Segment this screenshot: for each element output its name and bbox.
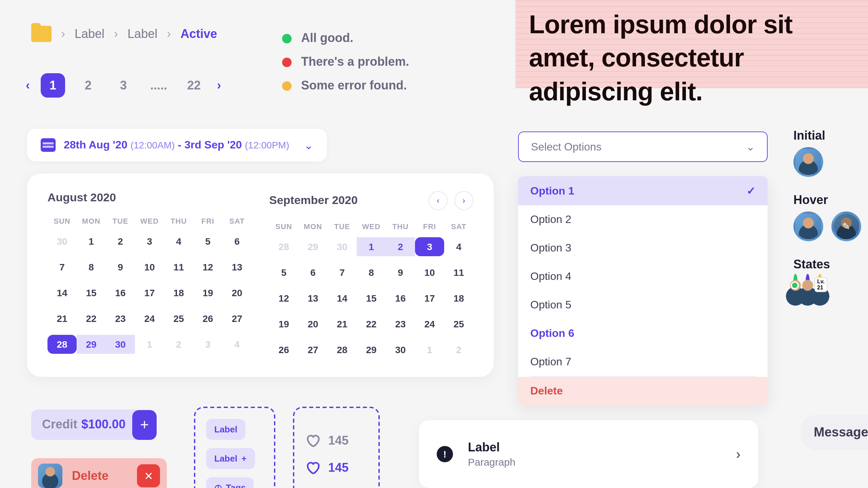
calendar-day[interactable]: 13 [298, 289, 328, 308]
calendar-day[interactable]: 1 [77, 232, 106, 251]
calendar-day[interactable]: 19 [269, 314, 298, 333]
calendar-day[interactable]: 11 [444, 263, 473, 282]
calendar-day[interactable]: 24 [415, 314, 444, 333]
select-option[interactable]: Option 4 [518, 262, 768, 291]
avatar[interactable] [793, 211, 823, 241]
calendar-day[interactable]: 6 [298, 263, 328, 282]
select-option[interactable]: Option 7 [518, 348, 768, 376]
calendar-day[interactable]: 7 [47, 258, 77, 277]
calendar-day[interactable]: 11 [164, 258, 193, 277]
messages-pill[interactable]: Messages 2 [800, 415, 868, 450]
select-input[interactable]: Select Options ⌄ [518, 131, 768, 162]
select-option[interactable]: Option 3 [518, 234, 768, 262]
calendar-day[interactable]: 5 [193, 232, 222, 251]
cal-next-button[interactable]: › [454, 191, 473, 210]
calendar-day[interactable]: 13 [222, 258, 252, 277]
calendar-day[interactable]: 30 [386, 340, 415, 359]
page-button[interactable]: 22 [182, 73, 206, 98]
select-option[interactable]: Option 1✓ [518, 176, 768, 205]
select-option[interactable]: Option 2 [518, 205, 768, 234]
page-prev-button[interactable]: ‹ [26, 78, 30, 93]
calendar-day[interactable]: 14 [328, 289, 357, 308]
calendar-day[interactable]: 2 [444, 340, 473, 359]
calendar-day[interactable]: 4 [444, 237, 473, 256]
calendar-day[interactable]: 17 [135, 283, 164, 302]
calendar-day[interactable]: 29 [77, 335, 106, 354]
calendar-day[interactable]: 30 [47, 232, 77, 251]
select-option[interactable]: Option 6 [518, 319, 768, 348]
calendar-day[interactable]: 21 [47, 309, 77, 328]
like-row[interactable]: 145 [305, 433, 368, 448]
list-card[interactable]: ! Label Paragraph › [419, 420, 758, 488]
calendar-day[interactable]: 3 [415, 237, 444, 256]
calendar-day[interactable]: 2 [386, 237, 415, 256]
calendar-day[interactable]: 25 [444, 314, 473, 333]
calendar-day[interactable]: 2 [164, 335, 193, 354]
calendar-day[interactable]: 16 [386, 289, 415, 308]
calendar-day[interactable]: 10 [415, 263, 444, 282]
calendar-day[interactable]: 22 [357, 314, 386, 333]
tag-chip[interactable]: Label [206, 419, 245, 440]
calendar-day[interactable]: 21 [328, 314, 357, 333]
calendar-day[interactable]: 28 [47, 335, 77, 354]
calendar-day[interactable]: 26 [269, 340, 298, 359]
select-delete-option[interactable]: Delete [518, 377, 768, 405]
calendar-day[interactable]: 15 [77, 283, 106, 302]
calendar-day[interactable]: 22 [77, 309, 106, 328]
calendar-day[interactable]: 3 [135, 232, 164, 251]
delete-button[interactable]: ✕ [137, 464, 160, 487]
calendar-day[interactable]: 1 [357, 237, 386, 256]
calendar-day[interactable]: 20 [298, 314, 328, 333]
calendar-day[interactable]: 26 [193, 309, 222, 328]
page-button[interactable]: 1 [41, 73, 65, 98]
cal-prev-button[interactable]: ‹ [429, 191, 448, 210]
calendar-day[interactable]: 8 [77, 258, 106, 277]
select-option[interactable]: Option 5 [518, 291, 768, 319]
page-next-button[interactable]: › [217, 78, 221, 93]
calendar-day[interactable]: 27 [222, 309, 252, 328]
calendar-day[interactable]: 17 [415, 289, 444, 308]
calendar-day[interactable]: 2 [106, 232, 135, 251]
calendar-day[interactable]: 23 [386, 314, 415, 333]
calendar-day[interactable]: 6 [222, 232, 252, 251]
avatar[interactable] [793, 147, 823, 177]
calendar-day[interactable]: 10 [135, 258, 164, 277]
calendar-day[interactable]: 1 [135, 335, 164, 354]
calendar-day[interactable]: 7 [328, 263, 357, 282]
calendar-day[interactable]: 3 [193, 335, 222, 354]
calendar-day[interactable]: 20 [222, 283, 252, 302]
calendar-day[interactable]: 4 [164, 232, 193, 251]
page-button[interactable]: 2 [76, 73, 100, 98]
tag-chip[interactable]: ◷Tags [206, 477, 254, 488]
date-range-picker[interactable]: 28th Aug '20 (12:00AM) - 3rd Sep '20 (12… [27, 129, 327, 161]
calendar-day[interactable]: 25 [164, 309, 193, 328]
calendar-day[interactable]: 30 [328, 237, 357, 256]
calendar-day[interactable]: 1 [415, 340, 444, 359]
breadcrumb-item[interactable]: Label [75, 27, 104, 41]
calendar-day[interactable]: 23 [106, 309, 135, 328]
breadcrumb-active[interactable]: Active [180, 27, 217, 41]
calendar-day[interactable]: 16 [106, 283, 135, 302]
calendar-day[interactable]: 29 [357, 340, 386, 359]
calendar-day[interactable]: 27 [298, 340, 328, 359]
avatar[interactable] [806, 274, 810, 289]
calendar-day[interactable]: 29 [298, 237, 328, 256]
calendar-day[interactable]: 9 [386, 263, 415, 282]
calendar-day[interactable]: 15 [357, 289, 386, 308]
calendar-day[interactable]: 19 [193, 283, 222, 302]
calendar-day[interactable]: 12 [269, 289, 298, 308]
calendar-day[interactable]: 18 [444, 289, 473, 308]
calendar-day[interactable]: 4 [222, 335, 252, 354]
calendar-day[interactable]: 14 [47, 283, 77, 302]
calendar-day[interactable]: 28 [269, 237, 298, 256]
avatar-edit[interactable] [831, 211, 861, 241]
calendar-day[interactable]: 30 [106, 335, 135, 354]
tag-chip-add[interactable]: Label+ [206, 448, 255, 469]
calendar-day[interactable]: 18 [164, 283, 193, 302]
like-row[interactable]: 145 [305, 460, 368, 475]
calendar-day[interactable]: 28 [328, 340, 357, 359]
add-credit-button[interactable]: + [132, 410, 157, 440]
calendar-day[interactable]: 12 [193, 258, 222, 277]
calendar-day[interactable]: 9 [106, 258, 135, 277]
breadcrumb-item[interactable]: Label [127, 27, 157, 41]
